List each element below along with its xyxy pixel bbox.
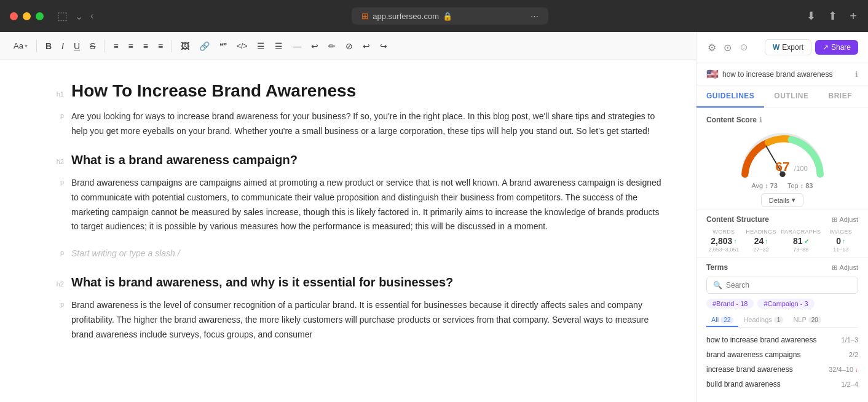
stat-paragraphs: PARAGRAPHS 81 ✓ 73–88 bbox=[781, 229, 821, 253]
structure-adjust-button[interactable]: ⊞ Adjust bbox=[832, 216, 858, 224]
term-count-1: 1/1–3 bbox=[841, 336, 858, 344]
undo2-button[interactable]: ↩ bbox=[359, 39, 374, 53]
h2-2-heading[interactable]: What is brand awareness, and why is it e… bbox=[71, 274, 453, 291]
ordered-list-button[interactable]: ☰ bbox=[253, 39, 269, 53]
unordered-list-button[interactable]: ☰ bbox=[271, 39, 286, 53]
back-button[interactable]: ‹ bbox=[89, 9, 95, 23]
pen-tool-button[interactable]: ✏ bbox=[325, 39, 339, 53]
close-button[interactable] bbox=[10, 12, 18, 20]
stat-images: IMAGES 0 ↑ 11–13 bbox=[823, 229, 858, 253]
para2-row: p Brand awareness campaigns are campaign… bbox=[49, 176, 666, 234]
content-score-info-icon[interactable]: ℹ bbox=[759, 116, 762, 124]
gauge-svg: 67 /100 bbox=[733, 129, 832, 178]
term-item-1: how to increase brand awareness 1/1–3 bbox=[706, 333, 858, 347]
para2-label: p bbox=[49, 176, 64, 186]
editor-panel: Aa ▾ B I U S ≡ ≡ ≡ ≡ 🖼 🔗 ❝❞ </> ☰ ☰ — ↩ … bbox=[0, 32, 696, 402]
para1-text[interactable]: Are you looking for ways to increase bra… bbox=[71, 109, 666, 139]
editor-content[interactable]: h1 How To Increase Brand Awareness p Are… bbox=[0, 60, 696, 402]
quote-button[interactable]: ❝❞ bbox=[216, 39, 231, 53]
link-button[interactable]: 🔗 bbox=[195, 39, 213, 53]
terms-tags-row: #Brand - 18 #Campaign - 3 bbox=[706, 299, 858, 309]
guidelines-tabs: GUIDELINES OUTLINE BRIEF bbox=[696, 85, 868, 108]
bold-button[interactable]: B bbox=[42, 39, 55, 53]
details-button[interactable]: Details ▾ bbox=[761, 193, 804, 207]
code-button[interactable]: </> bbox=[233, 39, 251, 53]
history-button[interactable]: ⊙ bbox=[722, 41, 733, 55]
h2-2-row: h2 What is brand awareness, and why is i… bbox=[49, 274, 666, 291]
para2-text[interactable]: Brand awareness campaigns are campaigns … bbox=[71, 176, 666, 234]
divider-button[interactable]: — bbox=[289, 39, 305, 53]
para1-row: p Are you looking for ways to increase b… bbox=[49, 109, 666, 139]
font-size-button[interactable]: Aa ▾ bbox=[10, 39, 31, 53]
right-header-icons: ⚙ ⊙ ☺ bbox=[706, 41, 750, 55]
keyword-info-icon[interactable]: ℹ bbox=[855, 70, 858, 79]
tab-guidelines[interactable]: GUIDELINES bbox=[696, 85, 764, 108]
image-button[interactable]: 🖼 bbox=[177, 39, 193, 53]
right-panel: ⚙ ⊙ ☺ W Export ↗ Share 🇺🇸 how to increas… bbox=[696, 32, 868, 402]
terms-section: Terms ⊞ Adjust 🔍 #Brand - 18 #Campaign -… bbox=[696, 258, 868, 396]
search-input[interactable] bbox=[726, 281, 851, 290]
h1-heading[interactable]: How To Increase Brand Awareness bbox=[71, 80, 356, 102]
redo-button[interactable]: ↪ bbox=[376, 39, 391, 53]
share-button[interactable]: ↗ Share bbox=[815, 40, 858, 55]
stat-headings-value: 24 bbox=[754, 236, 764, 246]
term-count-4: 1/2–4 bbox=[841, 380, 858, 388]
url-text: app.surferseo.com bbox=[373, 12, 439, 21]
stat-headings: HEADINGS 24 ↑ 27–32 bbox=[744, 229, 779, 253]
wp-icon: W bbox=[773, 43, 779, 52]
url-bar[interactable]: ⊞ app.surferseo.com 🔒 ⋯ bbox=[352, 7, 548, 25]
search-icon: 🔍 bbox=[713, 281, 722, 290]
strikethrough-button[interactable]: S bbox=[86, 39, 99, 53]
clear-format-button[interactable]: ⊘ bbox=[342, 39, 357, 53]
tag-brand[interactable]: #Brand - 18 bbox=[706, 299, 754, 309]
italic-button[interactable]: I bbox=[58, 39, 68, 53]
right-panel-header: ⚙ ⊙ ☺ W Export ↗ Share bbox=[696, 32, 868, 63]
term-tab-headings[interactable]: Headings 1 bbox=[738, 313, 788, 327]
maximize-button[interactable] bbox=[36, 12, 44, 20]
para3-text[interactable]: Brand awareness is the level of consumer… bbox=[71, 298, 666, 342]
top-label: Top bbox=[787, 182, 799, 189]
chevron-down-icon: ▾ bbox=[792, 196, 795, 204]
placeholder-text[interactable]: Start writing or type a slash / bbox=[71, 246, 666, 261]
term-tab-all[interactable]: All 22 bbox=[706, 313, 738, 327]
tag-campaign[interactable]: #Campaign - 3 bbox=[757, 299, 814, 309]
download-icon[interactable]: ⬇ bbox=[805, 8, 817, 24]
export-button[interactable]: W Export bbox=[765, 39, 811, 55]
term-item-4: build brand awareness 1/2–4 bbox=[706, 377, 858, 392]
terms-search-box[interactable]: 🔍 bbox=[706, 277, 858, 294]
paragraphs-check-icon: ✓ bbox=[804, 238, 809, 245]
para1-label: p bbox=[49, 109, 64, 119]
terms-adjust-button[interactable]: ⊞ Adjust bbox=[832, 264, 858, 272]
term-name-3: increase brand awareness bbox=[706, 365, 829, 374]
underline-button[interactable]: U bbox=[70, 39, 84, 53]
avg-value: 73 bbox=[770, 182, 778, 189]
align-right-button[interactable]: ≡ bbox=[140, 39, 152, 53]
term-tab-nlp[interactable]: NLP 20 bbox=[788, 313, 826, 327]
plus-icon[interactable]: + bbox=[848, 8, 858, 25]
term-tab-all-count: 22 bbox=[720, 317, 733, 323]
align-left-button[interactable]: ≡ bbox=[109, 39, 122, 53]
keyword-row: 🇺🇸 how to increase brand awareness ℹ bbox=[696, 63, 868, 85]
minimize-button[interactable] bbox=[23, 12, 31, 20]
stat-words-value: 2,803 bbox=[711, 236, 732, 246]
tab-outline[interactable]: OUTLINE bbox=[764, 85, 818, 108]
share-icon[interactable]: ⬆ bbox=[827, 8, 838, 24]
settings-button[interactable]: ⚙ bbox=[706, 41, 717, 55]
undo-button[interactable]: ↩ bbox=[307, 39, 322, 53]
h1-label: h1 bbox=[49, 90, 64, 98]
placeholder-row: p Start writing or type a slash / bbox=[49, 246, 666, 261]
emoji-button[interactable]: ☺ bbox=[738, 41, 750, 54]
stat-images-range: 11–13 bbox=[823, 246, 858, 253]
share-arrow-icon: ↗ bbox=[823, 43, 829, 52]
h2-2-label: h2 bbox=[49, 280, 64, 288]
term-count-3: 32/4–10 ↓ bbox=[829, 366, 858, 373]
titlebar: ⬚ ⌄ ‹ ⊞ app.surferseo.com 🔒 ⋯ ⬇ ⬆ + bbox=[0, 0, 868, 32]
tab-brief[interactable]: BRIEF bbox=[819, 85, 862, 108]
sidebar-toggle[interactable]: ⬚ bbox=[56, 8, 69, 24]
nav-chevron[interactable]: ⌄ bbox=[74, 9, 84, 23]
h2-1-heading[interactable]: What is a brand awareness campaign? bbox=[71, 151, 298, 168]
align-center-button[interactable]: ≡ bbox=[125, 39, 137, 53]
justify-button[interactable]: ≡ bbox=[154, 39, 167, 53]
keyword-text: how to increase brand awareness bbox=[722, 70, 851, 79]
h2-1-row: h2 What is a brand awareness campaign? bbox=[49, 151, 666, 168]
